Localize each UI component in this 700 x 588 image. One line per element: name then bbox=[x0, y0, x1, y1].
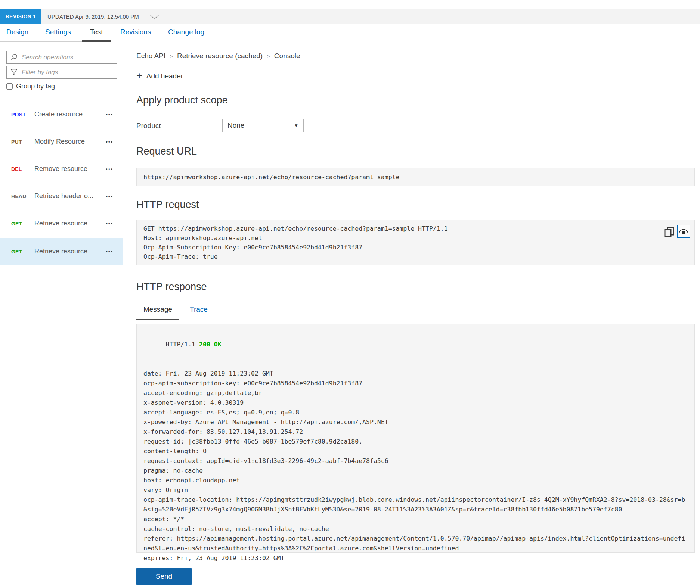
response-header-line: request-id: |c38fbb13-0ffd-46e5-b087-1be… bbox=[143, 437, 688, 447]
response-header-line: content-length: 0 bbox=[143, 447, 688, 456]
response-header-line: x-forwarded-for: 83.50.127.104,13.91.254… bbox=[143, 427, 688, 437]
request-line: Host: apimworkshop.azure-api.net bbox=[143, 233, 688, 243]
tab-message[interactable]: Message bbox=[136, 305, 179, 320]
group-by-tag-label: Group by tag bbox=[16, 83, 55, 90]
dropdown-arrow-icon: ▼ bbox=[294, 123, 298, 128]
request-url-box: https://apimworkshop.azure-api.net/echo/… bbox=[136, 168, 695, 186]
sidebar-item-retrieve-header[interactable]: HEAD Retrieve header o... ••• bbox=[0, 183, 123, 210]
cursor-artifact bbox=[4, 0, 4, 5]
operation-method-badge: PUT bbox=[11, 139, 34, 145]
tab-revisions[interactable]: Revisions bbox=[120, 28, 151, 36]
operation-name: Retrieve header o... bbox=[34, 192, 106, 200]
send-button[interactable]: Send bbox=[136, 568, 192, 585]
response-header-line: vary: Origin bbox=[143, 485, 688, 495]
tab-change-log[interactable]: Change log bbox=[168, 28, 204, 36]
request-line: GET https://apimworkshop.azure-api.net/e… bbox=[143, 224, 688, 233]
trace-eye-button[interactable] bbox=[677, 225, 690, 238]
sidebar-item-modify-resource[interactable]: PUT Modify Resource ••• bbox=[0, 128, 123, 155]
tab-trace[interactable]: Trace bbox=[190, 305, 208, 314]
operation-method-badge: POST bbox=[11, 112, 34, 118]
response-header-line: cache-control: no-store, must-revalidate… bbox=[143, 524, 688, 534]
operation-method-badge: GET bbox=[11, 221, 34, 227]
product-select[interactable]: None ▼ bbox=[222, 119, 304, 132]
chevron-down-icon[interactable] bbox=[149, 14, 159, 19]
response-header-line: accept-encoding: gzip,deflate,br bbox=[143, 388, 688, 398]
operation-name: Remove resource bbox=[34, 165, 106, 173]
filter-tags-field[interactable] bbox=[6, 66, 117, 79]
http-request-box: GET https://apimworkshop.azure-api.net/e… bbox=[136, 220, 695, 265]
tab-design[interactable]: Design bbox=[6, 28, 28, 36]
revision-badge: REVISION 1 bbox=[0, 9, 41, 24]
operation-name: Create resource bbox=[34, 111, 106, 118]
response-header-line: ocp-apim-trace-location: https://apimgmt… bbox=[143, 495, 688, 514]
section-heading-http-request: HTTP request bbox=[136, 199, 199, 211]
sidebar-item-retrieve-resource[interactable]: GET Retrieve resource ••• bbox=[0, 210, 123, 237]
http-response-box: HTTP/1.1 200 OK date: Fri, 23 Aug 2019 1… bbox=[136, 324, 695, 553]
filter-funnel-icon bbox=[10, 68, 18, 76]
add-header-button[interactable]: + Add header bbox=[136, 71, 183, 81]
breadcrumb-item-echo-api[interactable]: Echo API bbox=[136, 52, 165, 60]
response-header-line: host: echoapi.cloudapp.net bbox=[143, 476, 688, 485]
response-header-line: pragma: no-cache bbox=[143, 466, 688, 476]
ellipsis-menu-icon[interactable]: ••• bbox=[106, 112, 113, 117]
tab-test[interactable]: Test bbox=[82, 28, 111, 36]
operation-method-badge: HEAD bbox=[11, 193, 34, 199]
ellipsis-menu-icon[interactable]: ••• bbox=[106, 249, 113, 254]
response-status-line: HTTP/1.1 200 OK bbox=[143, 330, 688, 359]
section-heading-apply-product-scope: Apply product scope bbox=[136, 94, 228, 106]
section-heading-http-response: HTTP response bbox=[136, 281, 207, 293]
operation-method-badge: GET bbox=[11, 249, 34, 255]
search-operations-field[interactable] bbox=[6, 51, 117, 64]
search-input[interactable] bbox=[18, 51, 117, 63]
content-divider bbox=[129, 68, 695, 68]
group-by-tag-checkbox[interactable] bbox=[6, 83, 13, 90]
sidebar-splitter[interactable] bbox=[123, 42, 125, 588]
response-header-line: date: Fri, 23 Aug 2019 11:23:02 GMT bbox=[143, 369, 688, 379]
operation-name: Modify Resource bbox=[34, 138, 106, 146]
section-heading-request-url: Request URL bbox=[136, 146, 197, 157]
sidebar-item-create-resource[interactable]: POST Create resource ••• bbox=[0, 101, 123, 128]
breadcrumb-item-console: Console bbox=[274, 52, 300, 60]
filter-tags-input[interactable] bbox=[18, 66, 117, 78]
operation-name: Retrieve resource bbox=[34, 220, 106, 227]
response-header-line: x-aspnet-version: 4.0.30319 bbox=[143, 398, 688, 408]
response-header-line: referer: https://apimanagement.hosting.p… bbox=[143, 534, 688, 553]
ellipsis-menu-icon[interactable]: ••• bbox=[106, 193, 113, 199]
request-url-value: https://apimworkshop.azure-api.net/echo/… bbox=[143, 174, 399, 181]
revision-updated-text: UPDATED Apr 9, 2019, 12:54:00 PM bbox=[47, 9, 139, 24]
product-label: Product bbox=[136, 122, 161, 130]
operation-method-badge: DEL bbox=[11, 166, 34, 172]
response-status-code: 200 OK bbox=[199, 341, 222, 348]
add-header-label: Add header bbox=[146, 72, 183, 80]
request-line: Ocp-Apim-Subscription-Key: e00c9ce7b8584… bbox=[143, 243, 688, 252]
breadcrumb-item-operation[interactable]: Retrieve resource (cached) bbox=[177, 52, 263, 60]
breadcrumb: Echo API > Retrieve resource (cached) > … bbox=[136, 52, 300, 60]
content-divider bbox=[129, 557, 695, 557]
breadcrumb-separator: > bbox=[170, 53, 173, 59]
response-header-line: accept-language: es-ES,es; q=0.9,en; q=0… bbox=[143, 408, 688, 417]
ellipsis-menu-icon[interactable]: ••• bbox=[106, 166, 113, 172]
sidebar-item-retrieve-resource-cached[interactable]: GET Retrieve resource... ••• bbox=[0, 238, 123, 265]
sidebar-item-remove-resource[interactable]: DEL Remove resource ••• bbox=[0, 155, 123, 183]
response-protocol: HTTP/1.1 bbox=[166, 341, 199, 348]
plus-icon: + bbox=[136, 71, 142, 81]
response-header-line: accept: */* bbox=[143, 514, 688, 524]
product-select-value: None bbox=[227, 121, 294, 130]
response-header-line: request-context: appId=cid-v1:c18fd3e3-2… bbox=[143, 456, 688, 466]
response-header-line: expires: Fri, 23 Aug 2019 11:23:02 GMT bbox=[143, 553, 688, 563]
group-by-tag-row: Group by tag bbox=[6, 83, 55, 90]
active-tab-underline bbox=[82, 40, 111, 42]
revision-bar: REVISION 1 UPDATED Apr 9, 2019, 12:54:00… bbox=[0, 9, 700, 24]
response-blank-line bbox=[143, 359, 688, 369]
copy-icon[interactable] bbox=[664, 227, 674, 237]
tab-settings[interactable]: Settings bbox=[45, 28, 71, 36]
breadcrumb-separator: > bbox=[267, 53, 270, 59]
request-line: Ocp-Apim-Trace: true bbox=[143, 252, 688, 261]
search-icon bbox=[10, 53, 18, 61]
ellipsis-menu-icon[interactable]: ••• bbox=[106, 139, 113, 144]
operation-name: Retrieve resource... bbox=[34, 248, 106, 255]
apim-test-console-page: REVISION 1 UPDATED Apr 9, 2019, 12:54:00… bbox=[0, 0, 700, 588]
ellipsis-menu-icon[interactable]: ••• bbox=[106, 221, 113, 226]
tab-strip-divider bbox=[0, 41, 82, 42]
response-header-line: x-powered-by: Azure API Management - htt… bbox=[143, 417, 688, 427]
